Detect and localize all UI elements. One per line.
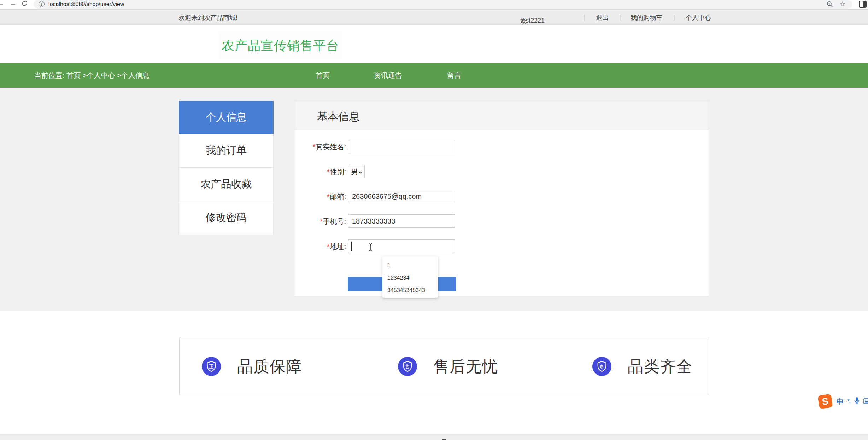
breadcrumb: 当前位置: 首页 >个人中心 >个人信息: [34, 71, 149, 80]
logout-link[interactable]: 退出: [596, 13, 609, 22]
gender-label: *性别:: [294, 165, 346, 179]
gender-select[interactable]: 男: [348, 165, 365, 178]
back-icon[interactable]: ←: [0, 0, 4, 7]
sidebar-item-password[interactable]: 修改密码: [179, 201, 274, 235]
svg-text:正: 正: [209, 364, 213, 369]
ime-toolbar: S 中 °,: [819, 394, 868, 409]
logo-section: 农产品宣传销售平台: [0, 25, 868, 63]
browser-toolbar: ← → i localhost:8080/shop/user/view ☆: [0, 0, 868, 10]
keyboard-glyph: [863, 398, 868, 404]
zoom-magnifier-icon[interactable]: [826, 1, 833, 9]
forward-icon[interactable]: →: [10, 0, 17, 7]
feature-variety: 多 品类齐全: [592, 338, 693, 395]
autocomplete-item[interactable]: 1234234: [382, 272, 438, 284]
breadcrumb-user-center[interactable]: 个人中心: [87, 71, 115, 79]
form-row-phone: *手机号:: [294, 214, 709, 228]
reload-glyph: [21, 0, 28, 7]
ibeam-cursor-icon: [368, 243, 373, 251]
chinese-mode-icon[interactable]: 中: [837, 397, 844, 406]
punctuation-icon[interactable]: °,: [847, 398, 850, 405]
feature-quality: 正 品质保障: [202, 338, 302, 395]
breadcrumb-home[interactable]: 首页: [66, 71, 81, 79]
features-section: 正 品质保障 售 售后无忧 多 品类齐全: [179, 338, 709, 395]
sidebar-item-orders[interactable]: 我的订单: [179, 134, 274, 168]
feature-aftersale: 售 售后无忧: [398, 338, 498, 395]
sidebar-item-favorites[interactable]: 农产品收藏: [179, 168, 274, 201]
welcome-text: 欢迎来到农产品商城!: [178, 13, 237, 22]
form-row-gender: *性别: 男: [294, 165, 709, 179]
site-topbar: 欢迎来到农产品商城! 欢迎您: test2221 | 退出 | 我的购物车 | …: [0, 10, 868, 25]
breadcrumb-prefix: 当前位置:: [34, 71, 66, 79]
required-mark: *: [327, 193, 330, 201]
phone-input[interactable]: [348, 214, 455, 228]
nav-link-news[interactable]: 资讯通告: [374, 71, 402, 80]
autocomplete-item[interactable]: 1: [382, 259, 438, 272]
microphone-glyph: [854, 397, 860, 405]
sogou-logo-icon[interactable]: S: [818, 394, 833, 409]
username: test2221: [520, 17, 545, 24]
footer-strip: [0, 434, 868, 440]
email-input[interactable]: [348, 190, 455, 203]
shield-zheng-icon: 正: [202, 357, 221, 376]
shield-duo-icon: 多: [592, 357, 611, 376]
nav-link-message[interactable]: 留言: [447, 71, 461, 80]
address-label: *地址:: [294, 239, 346, 254]
autocomplete-dropdown: 1 1234234 345345345343: [382, 256, 438, 298]
required-mark: *: [313, 143, 316, 151]
required-mark: *: [320, 218, 323, 225]
required-mark: *: [327, 243, 330, 250]
bookmark-star-icon[interactable]: ☆: [839, 0, 845, 8]
svg-text:多: 多: [599, 364, 604, 369]
url-text[interactable]: localhost:8080/shop/user/view: [48, 1, 124, 7]
breadcrumb-profile[interactable]: 个人信息: [121, 71, 149, 79]
breadcrumb-separator: >: [117, 71, 121, 79]
breadcrumb-separator: >: [83, 71, 87, 79]
address-bar[interactable]: i localhost:8080/shop/user/view ☆: [34, 0, 852, 9]
required-mark: *: [327, 168, 330, 176]
feature-label: 售后无忧: [433, 356, 498, 377]
logo-text: 农产品宣传销售平台: [222, 37, 339, 54]
site-logo[interactable]: 农产品宣传销售平台: [219, 31, 342, 60]
side-panel-icon[interactable]: [859, 1, 867, 8]
cart-link[interactable]: 我的购物车: [631, 13, 662, 22]
profile-form-panel: 基本信息 *真实姓名: *性别: 男 *邮箱: *手机号: *地址:: [294, 101, 709, 296]
keyboard-icon[interactable]: [863, 398, 868, 406]
separator: |: [619, 13, 621, 21]
realname-label: *真实姓名:: [294, 140, 346, 154]
feature-label: 品质保障: [237, 356, 302, 377]
profile-link[interactable]: 个人中心: [686, 13, 711, 22]
nav-link-home[interactable]: 首页: [316, 71, 330, 80]
main-navbar: 当前位置: 首页 >个人中心 >个人信息 首页 资讯通告 留言: [0, 63, 868, 88]
form-row-address: *地址:: [294, 239, 709, 254]
panel-header: 基本信息: [294, 101, 709, 130]
phone-label: *手机号:: [294, 214, 346, 228]
screen: ← → i localhost:8080/shop/user/view ☆: [0, 0, 868, 440]
address-input[interactable]: [348, 239, 455, 253]
chevron-down-icon: [358, 170, 362, 174]
svg-text:售: 售: [405, 364, 410, 369]
form-row-realname: *真实姓名:: [294, 140, 709, 154]
email-label: *邮箱:: [294, 190, 346, 204]
separator: |: [584, 13, 586, 21]
shield-shou-icon: 售: [398, 357, 417, 376]
realname-input[interactable]: [348, 140, 455, 153]
sidebar-item-profile[interactable]: 个人信息: [179, 101, 274, 134]
panel-title: 基本信息: [317, 110, 359, 124]
microphone-icon[interactable]: [854, 397, 860, 406]
separator: |: [673, 13, 675, 21]
autocomplete-item[interactable]: 345345345343: [382, 284, 438, 296]
form-row-email: *邮箱:: [294, 190, 709, 204]
info-icon[interactable]: i: [39, 1, 45, 7]
magnifier-glyph: [826, 1, 833, 8]
cutoff-footer-text: [442, 439, 446, 440]
sidebar-menu: 个人信息 我的订单 农产品收藏 修改密码: [179, 101, 274, 235]
reload-icon[interactable]: [21, 0, 28, 8]
gender-selected-value: 男: [351, 167, 358, 177]
feature-label: 品类齐全: [628, 356, 693, 377]
text-caret: [351, 242, 352, 251]
